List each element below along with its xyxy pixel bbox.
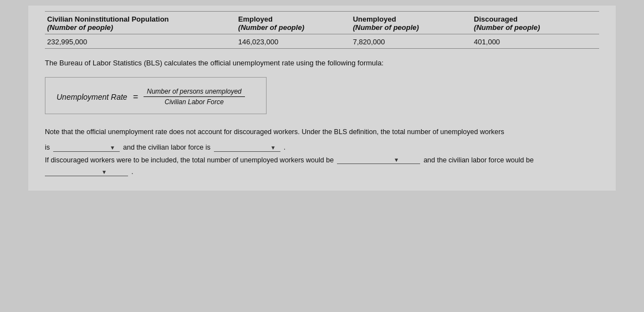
formula-line: Unemployment Rate = Number of persons un… [57, 88, 255, 106]
dropdown-row-1: is ▼ and the civilian labor force is ▼ . [45, 143, 599, 152]
if-section: If discouraged workers were to be includ… [45, 155, 599, 164]
dropdown-1-value [53, 143, 109, 151]
col-header-employed: Employed (Number of people) [236, 12, 351, 34]
is-label: is [45, 144, 50, 151]
main-container: Civilian Noninstitutional Population (Nu… [28, 6, 616, 191]
dropdown-1[interactable]: ▼ [53, 143, 120, 152]
formula-numerator: Number of persons unemployed [144, 88, 245, 97]
formula-box: Unemployment Rate = Number of persons un… [45, 77, 267, 114]
chevron-down-icon-3[interactable]: ▼ [393, 157, 399, 163]
dropdown-2-value [214, 143, 269, 151]
formula-fraction: Number of persons unemployed Civilian La… [144, 88, 245, 106]
period-label-2: . [131, 168, 133, 176]
chevron-down-icon-4[interactable]: ▼ [101, 169, 107, 175]
col-header-unemployed: Unemployed (Number of people) [351, 12, 472, 34]
and-label-2: and the civilian labor force would be [423, 156, 534, 164]
data-table: Civilian Noninstitutional Population (Nu… [45, 11, 599, 49]
dropdown-3[interactable]: ▼ [337, 155, 420, 164]
table-row: 232,995,000 146,023,000 7,820,000 401,00… [45, 34, 599, 49]
and-label-1: and the civilian labor force is [123, 144, 211, 151]
cell-discouraged: 401,000 [472, 34, 599, 49]
chevron-down-icon-2[interactable]: ▼ [270, 145, 276, 151]
if-text: If discouraged workers were to be includ… [45, 156, 334, 164]
cell-unemployed: 7,820,000 [351, 34, 472, 49]
cell-employed: 146,023,000 [236, 34, 351, 49]
cell-population: 232,995,000 [45, 34, 236, 49]
table-header-row: Civilian Noninstitutional Population (Nu… [45, 12, 599, 34]
formula-equals: = [133, 92, 138, 102]
chevron-down-icon-1[interactable]: ▼ [110, 145, 115, 151]
dropdown-4[interactable]: ▼ [45, 167, 128, 176]
dropdown-3-value [337, 155, 392, 163]
note-line1: Note that the official unemployment rate… [45, 126, 599, 137]
formula-denominator: Civilian Labor Force [161, 97, 227, 106]
dropdown-row-4: ▼ . [45, 167, 599, 176]
note-section: Note that the official unemployment rate… [45, 126, 599, 176]
bls-description: The Bureau of Labor Statistics (BLS) cal… [45, 59, 599, 67]
col-header-population: Civilian Noninstitutional Population (Nu… [45, 12, 236, 34]
formula-label: Unemployment Rate [57, 93, 127, 101]
col-header-discouraged: Discouraged (Number of people) [472, 12, 599, 34]
dropdown-2[interactable]: ▼ [214, 143, 280, 152]
period-label: . [284, 144, 285, 151]
dropdown-4-value [45, 167, 100, 175]
